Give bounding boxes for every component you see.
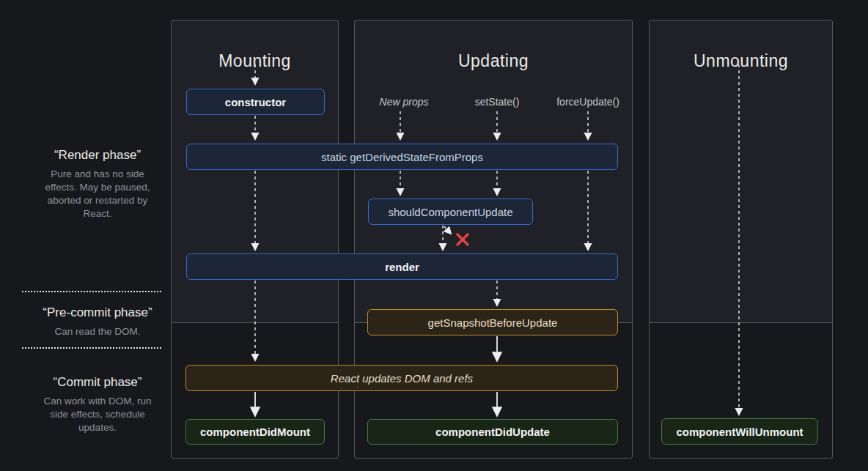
phase-render-title: “Render phase” [28, 148, 167, 163]
phase-render-description: Pure and has no side effects. May be pau… [42, 168, 153, 220]
node-component-did-update[interactable]: componentDidUpdate [367, 419, 618, 445]
phase-commit-description: Can work with DOM, run side effects, sch… [43, 395, 152, 434]
node-should-component-update[interactable]: shouldComponentUpdate [368, 199, 533, 225]
phase-commit-title: “Commit phase” [28, 375, 167, 390]
node-render[interactable]: render [186, 253, 618, 280]
trigger-new-props: New props [380, 96, 429, 108]
trigger-force-update[interactable]: forceUpdate() [556, 96, 619, 108]
node-component-will-unmount[interactable]: componentWillUnmount [661, 418, 818, 445]
trigger-set-state[interactable]: setState() [475, 96, 520, 108]
node-get-derived-state-from-props[interactable]: static getDerivedStateFromProps [186, 144, 618, 170]
phase-separator-top [22, 291, 161, 292]
divider-mounting [171, 322, 339, 323]
panel-mounting: Mounting [171, 20, 339, 459]
phase-precommit: “Pre-commit phase” Can read the DOM. [28, 305, 167, 338]
divider-unmounting [649, 322, 833, 323]
node-constructor[interactable]: constructor [186, 89, 325, 115]
node-react-updates-dom: React updates DOM and refs [185, 365, 618, 391]
panel-unmounting-title: Unmounting [650, 51, 832, 71]
panel-updating-title: Updating [355, 51, 632, 71]
node-component-did-mount[interactable]: componentDidMount [185, 419, 325, 445]
phase-render: “Render phase” Pure and has no side effe… [28, 148, 167, 220]
panel-unmounting: Unmounting [649, 20, 833, 459]
phase-commit: “Commit phase” Can work with DOM, run si… [28, 375, 167, 434]
phase-precommit-description: Can read the DOM. [35, 325, 160, 338]
phase-precommit-title: “Pre-commit phase” [28, 305, 167, 320]
panel-mounting-title: Mounting [172, 51, 338, 71]
panel-updating: Updating [354, 20, 633, 459]
phase-separator-bottom [22, 347, 161, 349]
node-get-snapshot-before-update[interactable]: getSnapshotBeforeUpdate [367, 309, 618, 335]
react-lifecycle-diagram: “Render phase” Pure and has no side effe… [0, 0, 868, 471]
